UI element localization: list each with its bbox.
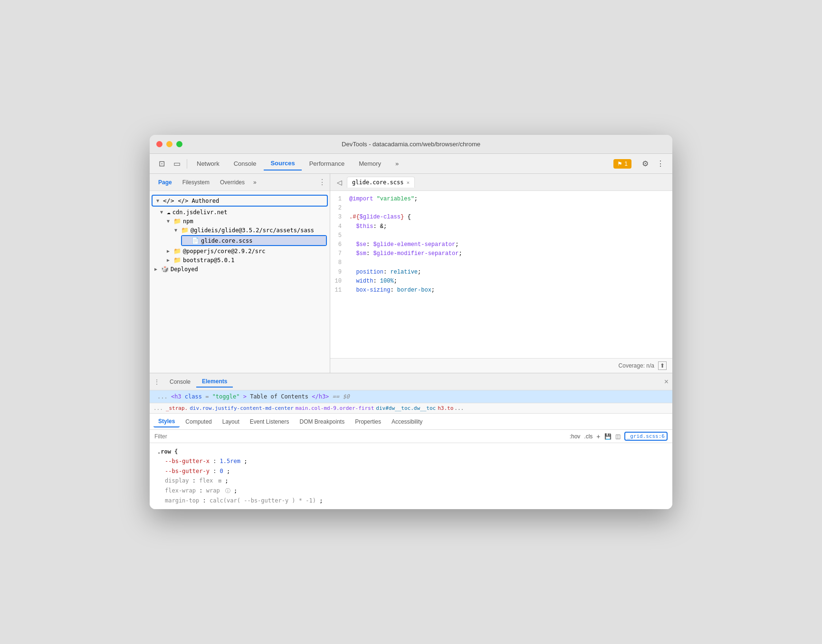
line-code-6: $se: $glide-element-separator;: [349, 240, 665, 249]
el-dollar-ref: == $0: [333, 393, 350, 400]
css-prop-name-gutter-y: --bs-gutter-y: [157, 468, 210, 474]
menu-icon[interactable]: ⋮: [653, 157, 668, 170]
breadcrumb-maincol[interactable]: main.col-md-9.order-first: [296, 405, 374, 411]
coverage-expand-icon[interactable]: ⬆: [658, 361, 667, 370]
breadcrumb-strap[interactable]: _strap.: [166, 405, 188, 411]
line-num-11: 11: [330, 286, 349, 295]
css-prop-val-margin-top-end: ) * -1): [292, 497, 316, 504]
css-prop-val-gutter-x: 1.5rem: [220, 458, 240, 464]
bottom-dots-menu[interactable]: ⋮: [153, 378, 160, 386]
breadcrumb-dots[interactable]: ...: [153, 405, 163, 411]
traffic-lights: [156, 141, 182, 147]
tab-more[interactable]: »: [389, 157, 405, 170]
css-semicolon-1: ;: [244, 458, 247, 464]
source-link-box[interactable]: _grid.scss:6: [624, 432, 668, 441]
sidebar-tab-more[interactable]: »: [250, 177, 259, 188]
toolbar-separator: [187, 159, 187, 169]
line-code-9: position: relative;: [349, 268, 665, 277]
deployed-icon: 🎲: [161, 265, 169, 273]
device-icon[interactable]: ▭: [170, 157, 184, 170]
styles-tab-dom-breakpoints[interactable]: DOM Breakpoints: [295, 417, 349, 427]
line-num-7: 7: [330, 249, 349, 258]
breadcrumb-divhash[interactable]: div#dw__toc.dw__toc: [376, 405, 436, 411]
sidebar-dots-menu[interactable]: ⋮: [318, 178, 326, 187]
filter-save-icon[interactable]: 💾: [604, 433, 612, 440]
line-code-2: [349, 204, 665, 213]
tree-item-authored[interactable]: ▼ </> </> Authored: [153, 196, 326, 205]
editor-tab-close-icon[interactable]: ×: [406, 180, 410, 186]
css-prop-margin-top: margin-top : calc(var( --bs-gutter-y ) *…: [157, 496, 665, 505]
styles-tab-styles[interactable]: Styles: [153, 416, 180, 427]
css-colon-2: :: [213, 468, 220, 474]
file-tree: ▼ </> </> Authored ▼ ☁ cdn.jsdelivr.net …: [150, 191, 330, 373]
styles-tab-event-listeners[interactable]: Event Listeners: [245, 417, 294, 427]
filter-input[interactable]: [154, 433, 566, 440]
settings-icon[interactable]: ⚙: [638, 157, 652, 170]
tab-memory[interactable]: Memory: [352, 157, 388, 170]
styles-tab-accessibility[interactable]: Accessibility: [387, 417, 427, 427]
css-semicolon-2: ;: [227, 468, 230, 474]
tab-network[interactable]: Network: [190, 157, 226, 170]
line-code-3: .#{$glide-class} {: [349, 213, 665, 222]
glideis-folder-icon: 📁: [181, 227, 189, 234]
bottom-tab-elements[interactable]: Elements: [196, 376, 233, 388]
tree-item-deployed[interactable]: ▶ 🎲 Deployed: [150, 265, 330, 274]
filter-plus[interactable]: +: [596, 433, 600, 440]
breadcrumb-h3tc[interactable]: h3.to: [438, 405, 453, 411]
tree-arrow-deployed: ▶: [154, 266, 161, 272]
css-colon-5: :: [202, 497, 209, 504]
breadcrumb-bar: ... _strap. div.row.justify-content-md-c…: [150, 403, 672, 414]
close-button[interactable]: [156, 141, 162, 147]
css-prop-name-display: display: [157, 477, 189, 484]
css-prop-name-margin-top: margin-top: [157, 497, 199, 504]
css-prop-val-display: flex: [199, 477, 213, 484]
el-equals: =: [205, 393, 209, 400]
notification-button[interactable]: ⚑ 1: [613, 159, 631, 169]
filter-hov[interactable]: :hov: [570, 433, 581, 440]
tree-arrow-cdn: ▼: [160, 209, 167, 215]
tree-item-file[interactable]: 📄 glide.core.scss: [182, 236, 326, 245]
sidebar-tab-page[interactable]: Page: [153, 177, 177, 188]
styles-tab-properties[interactable]: Properties: [350, 417, 386, 427]
tree-item-glideis[interactable]: ▼ 📁 @glideis/glide@3.5.2/src/assets/sass: [150, 226, 330, 235]
tab-console[interactable]: Console: [227, 157, 263, 170]
styles-tab-computed[interactable]: Computed: [181, 417, 216, 427]
tab-sources[interactable]: Sources: [264, 157, 301, 170]
filter-cls[interactable]: .cls: [584, 433, 593, 440]
el-open-tag: <h3: [171, 393, 185, 400]
editor-back-button[interactable]: ◁: [334, 178, 345, 187]
npm-folder-icon: 📁: [173, 218, 181, 225]
styles-tab-bar: Styles Computed Layout Event Listeners D…: [150, 414, 672, 430]
editor-tab-file[interactable]: glide.core.scss ×: [347, 177, 415, 188]
tree-item-bootstrap[interactable]: ▶ 📁 bootstrap@5.0.1: [150, 256, 330, 265]
el-class-val: "toggle": [212, 393, 240, 400]
sidebar-tab-filesystem[interactable]: Filesystem: [178, 177, 214, 188]
minimize-button[interactable]: [166, 141, 172, 147]
styles-tab-layout[interactable]: Layout: [218, 417, 244, 427]
bottom-close-icon[interactable]: ×: [664, 378, 669, 386]
filter-panel-icon[interactable]: ◫: [615, 433, 621, 440]
tree-item-npm[interactable]: ▼ 📁 npm: [150, 217, 330, 226]
bottom-tab-console[interactable]: Console: [164, 377, 196, 387]
flex-layout-icon: ⊞: [218, 478, 221, 484]
element-highlight: ... <h3 class = "toggle" > Table of Cont…: [150, 390, 672, 403]
css-prop-flex-wrap: flex-wrap : wrap ⓘ ;: [157, 486, 665, 496]
bootstrap-label: bootstrap@5.0.1: [183, 257, 234, 264]
css-prop-val-margin-top-partial: --bs-gutter-y: [244, 497, 288, 504]
line-code-11: box-sizing: border-box;: [349, 286, 665, 295]
line-code-1: @import "variables";: [349, 195, 665, 204]
maximize-button[interactable]: [176, 141, 182, 147]
tree-item-popperjs[interactable]: ▶ 📁 @popperjs/core@2.9.2/src: [150, 246, 330, 256]
css-prop-display: display : flex ⊞ ;: [157, 476, 665, 486]
tree-arrow-popperjs: ▶: [167, 248, 173, 254]
el-close-open: >: [243, 393, 247, 400]
inspect-icon[interactable]: ⊡: [154, 157, 169, 170]
editor-code-area[interactable]: 1 @import "variables"; 2 3 .#{$glide-cla…: [330, 191, 672, 358]
el-class-attr: class: [185, 393, 202, 400]
flex-wrap-info-icon[interactable]: ⓘ: [225, 488, 230, 494]
tree-item-cdn[interactable]: ▼ ☁ cdn.jsdelivr.net: [150, 208, 330, 217]
styles-filter-bar: :hov .cls + 💾 ◫ _grid.scss:6: [150, 430, 672, 443]
tab-performance[interactable]: Performance: [303, 157, 351, 170]
breadcrumb-divrow[interactable]: div.row.justify-content-md-center: [190, 405, 294, 411]
sidebar-tab-overrides[interactable]: Overrides: [215, 177, 249, 188]
